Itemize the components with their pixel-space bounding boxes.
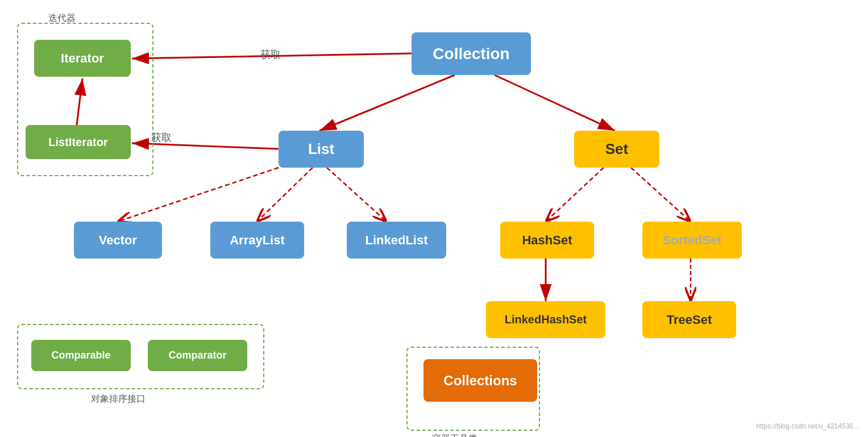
comparator-node: Comparator	[148, 340, 247, 371]
comparator-box-label: 对象排序接口	[91, 393, 146, 405]
get-label-2: 获取	[151, 131, 172, 144]
svg-line-6	[495, 75, 615, 131]
get-label-1: 获取	[260, 48, 281, 61]
linkedhashset-node: LinkedHashSet	[486, 301, 605, 338]
arraylist-node: ArrayList	[210, 222, 304, 259]
collections-box-label: 容器工具类	[432, 433, 477, 437]
svg-line-11	[631, 168, 691, 222]
watermark: https://blog.csdn.net/u_4214536...	[756, 422, 859, 430]
diagram: 迭代器 对象排序接口 容器工具类 获取 获取 Collection List S…	[0, 0, 868, 437]
list-node: List	[279, 131, 364, 168]
svg-line-8	[257, 168, 313, 222]
svg-line-5	[319, 75, 455, 131]
iterator-node: Iterator	[34, 40, 131, 77]
treeset-node: TreeSet	[642, 301, 736, 338]
vector-node: Vector	[74, 222, 162, 259]
collections-node: Collections	[423, 359, 537, 402]
comparable-node: Comparable	[31, 340, 131, 371]
hashset-node: HashSet	[500, 222, 594, 259]
collection-node: Collection	[412, 32, 531, 75]
listiterator-node: ListIterator	[26, 125, 131, 159]
svg-line-9	[327, 168, 387, 222]
set-node: Set	[574, 131, 659, 168]
linkedlist-node: LinkedList	[347, 222, 446, 259]
sortedset-node: SortedSet	[642, 222, 742, 259]
iterator-box-label: 迭代器	[48, 13, 76, 24]
svg-line-10	[546, 168, 604, 222]
